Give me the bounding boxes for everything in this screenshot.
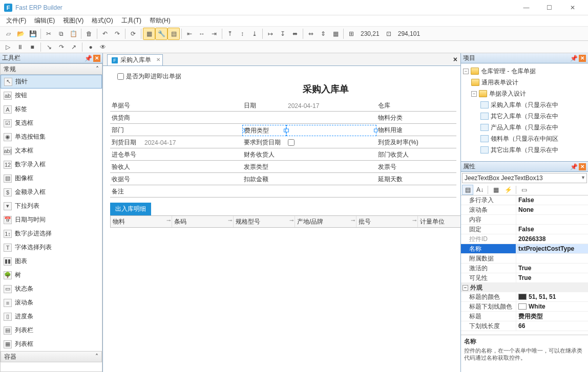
field-value[interactable] (143, 186, 456, 198)
breakpoint-icon[interactable]: ● (85, 41, 96, 53)
align-left-icon[interactable]: ⇤ (183, 28, 196, 40)
layout-icon[interactable]: ▤ (167, 28, 180, 40)
tree-leaf[interactable]: 产品入库单（只显示在中 (462, 122, 587, 133)
grid-column-header[interactable]: 计量单位⊸ (418, 216, 460, 227)
toolbox-item[interactable]: ▦列表框 (1, 337, 102, 351)
field-value[interactable]: 2024-04-17 (286, 100, 376, 112)
grid-column-header[interactable]: 产地/品牌⊸ (295, 216, 356, 227)
field-value[interactable]: 2024-04-17 (143, 137, 242, 148)
property-pages-icon[interactable]: ▭ (518, 185, 530, 195)
property-row[interactable]: 标题费用类型 (461, 312, 588, 321)
events-icon[interactable]: ⚡ (502, 185, 514, 195)
field-value[interactable] (422, 113, 456, 124)
menu-tools[interactable]: 工具(T) (118, 15, 144, 26)
menu-edit[interactable]: 编辑(E) (31, 15, 58, 26)
close-button[interactable]: ✕ (561, 1, 584, 15)
toolbox-item[interactable]: 📅日期与时间 (1, 213, 102, 227)
menu-help[interactable]: 帮助(H) (146, 15, 174, 26)
undo-icon[interactable]: ↶ (99, 28, 111, 40)
hspace-icon[interactable]: ⇔ (305, 28, 317, 40)
tree-leaf[interactable]: 采购入库单（只显示在中 (462, 99, 587, 111)
panel-close-icon[interactable]: ✕ (579, 55, 586, 62)
tree-root[interactable]: −仓库管理 - 仓库单据 (462, 65, 587, 77)
property-row[interactable]: 下划线长度66 (461, 321, 588, 331)
grid-snap-icon[interactable]: ▦ (329, 28, 342, 40)
toolbox-item[interactable]: 12数字录入框 (1, 158, 102, 171)
property-row[interactable]: 固定False (461, 225, 588, 234)
field-value[interactable] (422, 174, 456, 185)
stop-icon[interactable]: ■ (27, 41, 38, 53)
field-value[interactable] (422, 125, 456, 136)
toolbox-item[interactable]: ▧图像框 (1, 171, 102, 185)
cut-icon[interactable]: ✂ (43, 28, 55, 40)
property-row[interactable]: 附属数据 (461, 254, 588, 264)
property-row[interactable]: 标题的颜色51, 51, 51 (461, 292, 588, 302)
align-top-icon[interactable]: ⤒ (224, 28, 236, 40)
tab-order-icon[interactable]: 🔧 (155, 28, 167, 40)
props-view-icon[interactable]: ▦ (490, 185, 501, 195)
tree-leaf[interactable]: 其它出库单（只显示在中 (462, 144, 587, 156)
pin-icon[interactable]: 📌 (85, 55, 92, 62)
property-row[interactable]: 激活的True (461, 264, 588, 273)
grid-column-header[interactable]: 条码⊸ (172, 216, 234, 227)
property-row[interactable]: 控件ID20266338 (461, 234, 588, 244)
pin-icon[interactable]: 📌 (570, 163, 577, 170)
tabs-close-all-icon[interactable]: × (453, 55, 457, 63)
field-value[interactable] (143, 149, 242, 161)
detail-tab[interactable]: 出入库明细 (110, 203, 151, 215)
align-bottom-icon[interactable]: ⤓ (248, 28, 261, 40)
menu-file[interactable]: 文件(F) (3, 15, 29, 26)
select-mode-icon[interactable]: ▦ (143, 28, 155, 40)
field-value[interactable] (143, 113, 376, 124)
property-row[interactable]: 滚动条None (461, 205, 588, 215)
same-width-icon[interactable]: ↦ (264, 28, 277, 40)
field-value[interactable] (422, 100, 456, 112)
toolbox-list[interactable]: ↖指针ab按钮A标签☑复选框◉单选按钮集ab|文本框12数字录入框▧图像框$金额… (0, 75, 102, 372)
position-icon[interactable]: ⊞ (345, 28, 358, 40)
toolbox-item[interactable]: ab|文本框 (1, 144, 102, 158)
menu-format[interactable]: 格式(O) (89, 15, 116, 26)
watch-icon[interactable]: 👁 (97, 41, 109, 53)
field-value[interactable] (286, 174, 376, 185)
menu-view[interactable]: 视图(V) (60, 15, 87, 26)
toolbox-item[interactable]: ▤列表栏 (1, 323, 102, 337)
toolbox-item[interactable]: A标签 (1, 102, 102, 116)
toolbox-item[interactable]: $金额录入框 (1, 185, 102, 199)
tree-node[interactable]: −单据录入设计 (462, 88, 587, 99)
field-checkbox[interactable] (288, 139, 295, 146)
tree-node[interactable]: 通用表单设计 (462, 77, 587, 88)
toolbox-item[interactable]: ▭状态条 (1, 282, 102, 296)
field-value[interactable] (422, 162, 456, 173)
tab-close-icon[interactable]: ✕ (156, 57, 160, 62)
maximize-button[interactable]: ☐ (538, 1, 561, 15)
redo-icon[interactable]: ↷ (111, 28, 123, 40)
panel-close-icon[interactable]: ✕ (579, 163, 586, 170)
property-row[interactable]: 多行录入False (461, 195, 588, 205)
toolbox-item[interactable]: ▮▮图表 (1, 254, 102, 268)
paste-icon[interactable]: 📋 (67, 28, 79, 40)
alphabetical-icon[interactable]: A↓ (474, 185, 486, 195)
document-tab[interactable]: F 采购入库单 ✕ (107, 54, 163, 65)
size-icon[interactable]: ⊡ (383, 28, 395, 40)
step-over-icon[interactable]: ↷ (56, 41, 67, 53)
toolbox-item[interactable]: ↖指针 (1, 75, 102, 89)
field-value[interactable] (286, 125, 376, 136)
field-value[interactable] (286, 162, 376, 173)
vspace-icon[interactable]: ⇕ (317, 28, 329, 40)
property-row[interactable]: 名称txtProjectCostType (461, 244, 588, 254)
align-center-icon[interactable]: ↔ (196, 28, 208, 40)
grid-column-header[interactable]: 物料⊸ (111, 216, 172, 227)
same-size-icon[interactable]: ⬌ (289, 28, 301, 40)
toolbox-category[interactable]: 容器˄ (1, 351, 102, 362)
field-value[interactable] (422, 149, 456, 161)
categorized-icon[interactable]: ▤ (462, 185, 473, 195)
instant-out-checkbox[interactable] (117, 73, 124, 80)
toolbox-item[interactable]: ab按钮 (1, 89, 102, 102)
toolbox-item[interactable]: T字体选择列表 (1, 240, 102, 254)
toolbox-item[interactable]: ☑复选框 (1, 116, 102, 130)
toolbox-item[interactable]: ▾下拉列表 (1, 199, 102, 213)
toolbox-item[interactable]: 🌳树 (1, 268, 102, 282)
grid-column-header[interactable]: 规格型号⊸ (234, 216, 295, 227)
toolbox-item[interactable]: 1↕数字步进选择 (1, 227, 102, 240)
same-height-icon[interactable]: ↧ (277, 28, 289, 40)
